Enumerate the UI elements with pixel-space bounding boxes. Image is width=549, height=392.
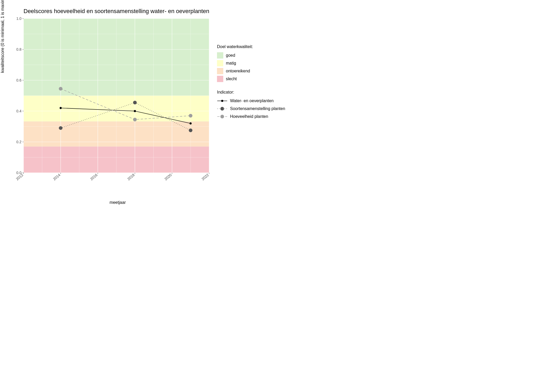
y-tick-label: 0.4 xyxy=(16,109,22,113)
legend-series-title: Indicator: xyxy=(217,90,285,95)
legend-swatch xyxy=(217,52,223,59)
x-tick-label: 2018 xyxy=(127,173,135,181)
legend-series-label: Soortensamenstelling planten xyxy=(230,106,285,111)
series-point xyxy=(59,87,62,90)
y-tick-label: 0.2 xyxy=(16,140,22,144)
chart-title: Deelscores hoeveelheid en soortensamenst… xyxy=(24,8,212,15)
svg-point-3 xyxy=(220,107,224,111)
series-point xyxy=(60,107,62,109)
plot-wrapper: Deelscores hoeveelheid en soortensamenst… xyxy=(8,8,212,205)
x-tick-label: 2016 xyxy=(89,173,98,181)
legend-band-item: slecht xyxy=(217,76,285,82)
svg-point-1 xyxy=(221,100,223,102)
x-tick-label: 2020 xyxy=(164,173,173,181)
legend-line-swatch xyxy=(217,98,227,104)
legend-bands: Doel waterkwaliteit: goedmatigontoereike… xyxy=(217,44,285,82)
legend-band-item: matig xyxy=(217,60,285,66)
legend-swatch xyxy=(217,68,223,74)
plot-svg: 0.00.20.40.60.81.02012201420162018202020… xyxy=(8,17,212,187)
x-axis-label: meetjaar xyxy=(24,200,212,205)
x-tick-label: 2014 xyxy=(52,173,61,181)
series-point xyxy=(133,101,137,105)
series-point xyxy=(190,122,192,124)
legend-swatch xyxy=(217,76,223,82)
legend-band-label: matig xyxy=(226,61,236,66)
legend-band-label: goed xyxy=(226,53,235,58)
legend-line-swatch xyxy=(217,106,227,112)
legend-band-label: ontoereikend xyxy=(226,69,250,73)
legend-series-label: Hoeveelheid planten xyxy=(230,114,268,119)
legend-series-item: Soortensamenstelling planten xyxy=(217,106,285,112)
legend: Doel waterkwaliteit: goedmatigontoereike… xyxy=(217,8,285,128)
y-tick-label: 1.0 xyxy=(16,17,22,21)
legend-series-item: Hoeveelheid planten xyxy=(217,113,285,120)
y-tick-label: 0.8 xyxy=(16,47,22,51)
series-point xyxy=(134,110,136,112)
chart-container: Deelscores hoeveelheid en soortensamenst… xyxy=(8,8,541,205)
legend-swatch xyxy=(217,60,223,66)
legend-series: Indicator: Water- en oeverplantenSoorten… xyxy=(217,90,285,120)
legend-series-item: Water- en oeverplanten xyxy=(217,98,285,104)
legend-line-swatch xyxy=(217,113,227,120)
legend-bands-title: Doel waterkwaliteit: xyxy=(217,44,285,49)
legend-band-label: slecht xyxy=(226,77,237,81)
series-point xyxy=(189,114,192,118)
legend-band-item: ontoereikend xyxy=(217,68,285,74)
series-point xyxy=(59,126,62,130)
x-tick-label: 2022 xyxy=(201,173,210,181)
svg-point-5 xyxy=(220,115,224,118)
y-axis-label: kwaliteitscore (0 is minimaal, 1 is maxi… xyxy=(0,0,5,73)
y-tick-label: 0.6 xyxy=(16,78,22,82)
series-point xyxy=(133,118,137,121)
series-point xyxy=(189,129,192,132)
legend-band-item: goed xyxy=(217,52,285,59)
legend-series-label: Water- en oeverplanten xyxy=(230,99,274,103)
